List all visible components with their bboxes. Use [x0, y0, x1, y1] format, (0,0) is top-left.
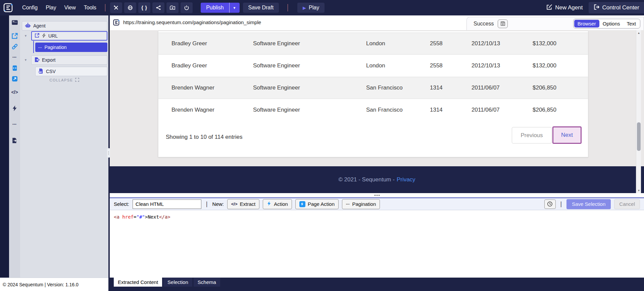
code-token: >: [145, 214, 148, 220]
code-slash-icon: </>: [231, 201, 238, 207]
save-selection-button[interactable]: Save Selection: [566, 199, 611, 209]
tree-node-agent[interactable]: Agent: [22, 21, 107, 31]
tab-text[interactable]: Text: [623, 20, 639, 27]
new-agent-button[interactable]: New Agent: [546, 4, 583, 12]
cell-position: Software Engineer: [253, 107, 366, 113]
tree-node-pagination-selected[interactable]: ••• Pagination: [35, 43, 107, 52]
new-page-action-button[interactable]: Page Action: [295, 199, 339, 209]
tree-node-csv[interactable]: CSV CSV: [35, 67, 107, 76]
history-clock-icon[interactable]: [544, 199, 556, 209]
cell-salary: $206,850: [533, 107, 588, 113]
save-floppy-icon[interactable]: [498, 19, 508, 28]
cell-salary: $132,000: [533, 40, 588, 47]
cell-name: Brenden Wagner: [171, 107, 253, 113]
globe-icon[interactable]: [124, 2, 136, 13]
new-label: New:: [212, 201, 224, 207]
tab-options[interactable]: Options: [599, 20, 624, 27]
cell-extn: 2558: [430, 62, 472, 69]
tab-browser[interactable]: Browser: [574, 20, 599, 27]
save-draft-button[interactable]: Save Draft: [243, 3, 279, 13]
exit-arrow-icon: [593, 4, 599, 12]
data-table-card: Bradley Greer Software Engineer London 2…: [158, 31, 588, 157]
employee-table: Bradley Greer Software Engineer London 2…: [158, 31, 588, 121]
code-slash-icon[interactable]: </>: [10, 88, 19, 97]
folder-close-icon[interactable]: [166, 2, 179, 13]
control-center-button[interactable]: Control Center: [589, 2, 644, 13]
play-agent-button[interactable]: ▶ Play: [297, 3, 325, 13]
file-code-icon[interactable]: [10, 64, 19, 72]
vertical-scrollbar[interactable]: ▲ ▼: [636, 30, 641, 193]
new-action-button[interactable]: Action: [263, 199, 292, 209]
tools-wrench-icon[interactable]: [110, 2, 122, 13]
selection-toolbar-right: | Save Selection Cancel: [544, 199, 640, 209]
next-page-button-selected[interactable]: Next: [552, 126, 582, 144]
cell-office: San Francisco: [366, 107, 430, 113]
table-row[interactable]: Brenden Wagner Software Engineer San Fra…: [158, 77, 588, 99]
table-row[interactable]: Bradley Greer Software Engineer London 2…: [158, 33, 588, 55]
panel-drag-handle[interactable]: ⋮: [107, 148, 110, 158]
new-extract-button[interactable]: </> Extract: [227, 199, 259, 209]
cell-start-date: 2011/06/07: [472, 107, 533, 113]
pagination-dots-icon: •••: [346, 202, 350, 206]
more-dots-icon[interactable]: •••: [10, 120, 19, 129]
app-status-bar: © 2024 Sequentum | Version: 1.16.0: [0, 278, 108, 291]
url-address-field[interactable]: https://training.sequentum.com/paginatio…: [123, 19, 261, 25]
panel-splitter-handle[interactable]: [110, 193, 644, 197]
braces-icon[interactable]: { }: [138, 2, 150, 13]
menu-tools[interactable]: Tools: [84, 5, 96, 11]
menu-view[interactable]: View: [64, 5, 76, 11]
more-dots-icon[interactable]: •••: [10, 53, 19, 62]
web-page-footer: © 2021 - Sequentum - Privacy: [110, 166, 644, 193]
toolbar-separator: [288, 4, 288, 11]
lightning-small-icon: [42, 33, 46, 39]
cell-extn: 2558: [430, 40, 472, 47]
browser-chrome-bar: https://training.sequentum.com/paginatio…: [110, 15, 644, 30]
share-network-icon[interactable]: [152, 2, 164, 13]
toolbar-separator: |: [205, 200, 209, 208]
cell-salary: $206,850: [533, 84, 588, 91]
tab-extracted-content[interactable]: Extracted Content: [114, 278, 162, 287]
svg-text:CSV: CSV: [39, 71, 42, 73]
tab-schema[interactable]: Schema: [194, 278, 220, 287]
power-icon[interactable]: [181, 2, 193, 13]
cell-position: Software Engineer: [253, 40, 366, 47]
url-collapse-caret-icon[interactable]: ▼: [24, 34, 27, 38]
scroll-down-arrow-icon[interactable]: ▼: [636, 188, 641, 193]
new-pagination-button[interactable]: ••• Pagination: [342, 199, 380, 209]
web-page-viewport: Bradley Greer Software Engineer London 2…: [110, 30, 644, 166]
lightning-icon: [267, 201, 271, 207]
export-file-icon[interactable]: [10, 136, 19, 145]
previous-page-button[interactable]: Previous: [512, 127, 552, 143]
table-row[interactable]: Brenden Wagner Software Engineer San Fra…: [158, 99, 588, 121]
export-collapse-caret-icon[interactable]: ▼: [24, 58, 27, 62]
pagination-dots-icon: •••: [38, 46, 42, 49]
selection-panel: Select: | New: </> Extract Action: [110, 197, 644, 291]
tree-node-url[interactable]: URL: [31, 31, 107, 41]
open-external-icon[interactable]: [10, 74, 19, 83]
cell-name: Bradley Greer: [171, 40, 253, 47]
scroll-up-arrow-icon[interactable]: ▲: [636, 30, 641, 36]
open-url-icon[interactable]: [10, 32, 19, 40]
menu-play[interactable]: Play: [46, 5, 56, 11]
privacy-link[interactable]: Privacy: [397, 176, 415, 183]
select-mode-input[interactable]: [133, 199, 201, 209]
topbar-right-group: New Agent Control Center: [546, 2, 644, 13]
publish-split-button[interactable]: Publish ▼: [201, 3, 239, 13]
table-row[interactable]: Bradley Greer Software Engineer London 2…: [158, 55, 588, 77]
link-chain-icon[interactable]: [10, 42, 19, 51]
cell-office: London: [366, 62, 430, 69]
menu-config[interactable]: Config: [22, 5, 38, 11]
lightning-icon[interactable]: [10, 104, 19, 113]
publish-caret-down-icon[interactable]: ▼: [230, 6, 240, 10]
cell-name: Bradley Greer: [171, 62, 253, 69]
page-favicon-icon: [113, 19, 120, 27]
scrollbar-thumb[interactable]: [637, 122, 641, 151]
external-link-icon: [35, 33, 40, 39]
run-status-panel: Success Browser Options Text: [466, 17, 644, 30]
cancel-button[interactable]: Cancel: [614, 199, 640, 209]
tree-node-export[interactable]: Export: [31, 55, 107, 65]
collapse-tree-button[interactable]: COLLAPSE: [20, 78, 108, 82]
tab-selection[interactable]: Selection: [163, 278, 192, 287]
browser-window-icon[interactable]: [10, 18, 19, 27]
publish-button[interactable]: Publish: [201, 5, 229, 11]
